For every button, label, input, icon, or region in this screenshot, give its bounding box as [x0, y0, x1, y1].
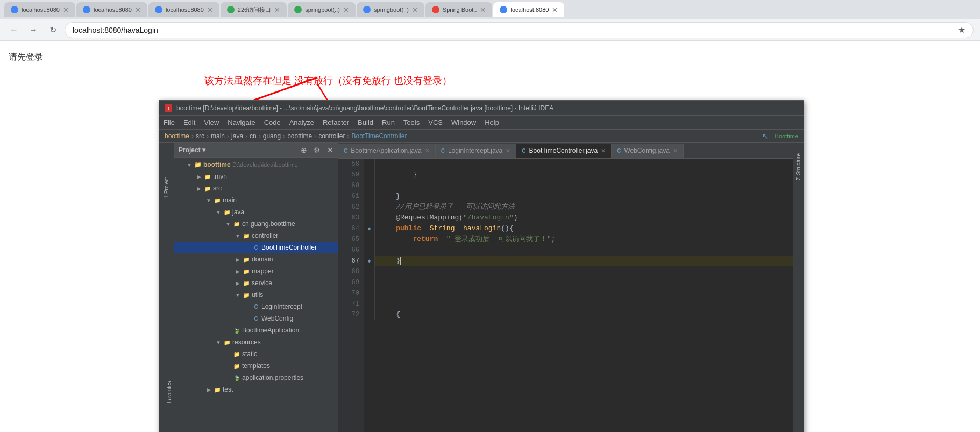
- project-add-icon[interactable]: ⊕: [301, 146, 307, 154]
- tree-static[interactable]: 📁 static: [174, 348, 338, 360]
- code-content[interactable]: ◆ ◆: [364, 159, 793, 432]
- back-button[interactable]: ←: [6, 23, 22, 38]
- tree-boottimecontroller[interactable]: C BootTimeController: [174, 242, 338, 253]
- menu-view[interactable]: View: [204, 118, 219, 126]
- address-bar[interactable]: localhost:8080/havaLogin ★: [65, 22, 974, 38]
- browser-tab-1[interactable]: localhost:8080 ✕: [76, 2, 147, 17]
- code-line-70: [375, 288, 793, 299]
- structure-tab-label[interactable]: Z-Structure: [796, 153, 801, 180]
- tab-label-2: localhost:8080: [166, 6, 204, 13]
- editor-area: C BoottimeApplication.java ✕ C LoginInte…: [338, 143, 793, 432]
- tab-close-3[interactable]: ✕: [673, 147, 678, 154]
- menu-file[interactable]: File: [164, 118, 175, 126]
- tab-close-0[interactable]: ✕: [425, 147, 430, 154]
- project-gear-icon[interactable]: ✕: [327, 146, 333, 154]
- breadcrumb-guang[interactable]: guang: [263, 132, 281, 140]
- browser-tab-6[interactable]: Spring Boot.. ✕: [425, 2, 493, 17]
- tree-utils[interactable]: ▼ 📁 utils: [174, 289, 338, 301]
- project-panel-header: Project ▾ ⊕ ⚙ ✕: [174, 143, 338, 158]
- menu-run[interactable]: Run: [382, 118, 395, 126]
- menu-tools[interactable]: Tools: [403, 118, 420, 126]
- tab-close-3[interactable]: ✕: [274, 6, 280, 14]
- tab-boottimecontroller[interactable]: C BootTimeController.java ✕: [516, 144, 612, 158]
- line-num-59: 59: [338, 169, 359, 180]
- tree-service[interactable]: ▶ 📁 service: [174, 277, 338, 289]
- breadcrumb-cn[interactable]: cn: [250, 132, 257, 140]
- tab-label-6: Spring Boot..: [443, 6, 477, 13]
- breadcrumb-boottime[interactable]: boottime: [165, 132, 189, 140]
- browser-tab-0[interactable]: localhost:8080 ✕: [4, 2, 75, 17]
- line-num-70: 70: [338, 288, 359, 299]
- tree-controller[interactable]: ▼ 📁 controller: [174, 230, 338, 242]
- annotation-text: 该方法虽然存在但是 没有放行（没有免放行 也没有登录）: [204, 74, 452, 87]
- code-line-58: [375, 159, 793, 169]
- browser-tab-5[interactable]: springboot(..) ✕: [357, 2, 424, 17]
- forward-button[interactable]: →: [26, 23, 41, 38]
- breadcrumb-src[interactable]: src: [196, 132, 204, 140]
- tab-close-0[interactable]: ✕: [63, 6, 69, 14]
- breadcrumb-java[interactable]: java: [231, 132, 243, 140]
- tab-boottimeapplication[interactable]: C BoottimeApplication.java ✕: [338, 144, 436, 158]
- tab-label-0: BoottimeApplication.java: [351, 147, 421, 154]
- code-line-59: }: [375, 169, 793, 180]
- browser-tab-2[interactable]: localhost:8080 ✕: [148, 2, 219, 17]
- tree-mvn[interactable]: ▶ 📁 .mvn: [174, 171, 338, 182]
- project-tab-label[interactable]: 1-Project: [164, 177, 169, 199]
- menu-help[interactable]: Help: [485, 118, 499, 126]
- menu-analyze[interactable]: Analyze: [289, 118, 314, 126]
- tree-domain[interactable]: ▶ 📁 domain: [174, 253, 338, 265]
- tab-icon-3: C: [617, 148, 621, 154]
- tree-mapper[interactable]: ▶ 📁 mapper: [174, 265, 338, 277]
- project-settings-icon[interactable]: ⚙: [314, 146, 321, 154]
- code-line-61: }: [375, 191, 793, 202]
- tree-java[interactable]: ▼ 📁 java: [174, 206, 338, 218]
- menu-navigate[interactable]: Navigate: [228, 118, 255, 126]
- tree-boottime[interactable]: ▼ 📁 boottime D:\develop\idea\boottime: [174, 159, 338, 171]
- breadcrumb-main[interactable]: main: [211, 132, 225, 140]
- code-line-71: [375, 299, 793, 309]
- browser-tab-4[interactable]: springboot(..) ✕: [288, 2, 356, 17]
- tab-close-4[interactable]: ✕: [343, 6, 349, 14]
- tree-templates[interactable]: 📁 templates: [174, 360, 338, 372]
- menu-edit[interactable]: Edit: [183, 118, 195, 126]
- tab-label-3: 226访问接口: [238, 6, 271, 14]
- tree-loginintercept[interactable]: C LoginIntercept: [174, 301, 338, 313]
- refresh-button[interactable]: ↻: [45, 23, 60, 38]
- menu-code[interactable]: Code: [264, 118, 281, 126]
- navigate-icon[interactable]: ↖: [762, 132, 769, 140]
- menu-vcs[interactable]: VCS: [428, 118, 443, 126]
- tree-main[interactable]: ▼ 📁 main: [174, 194, 338, 206]
- tab-loginintercept[interactable]: C LoginIntercept.java ✕: [436, 144, 517, 158]
- tab-close-1[interactable]: ✕: [506, 147, 510, 154]
- tree-src[interactable]: ▶ 📁 src: [174, 182, 338, 194]
- tab-favicon-4: [294, 6, 302, 13]
- menu-refactor[interactable]: Refactor: [323, 118, 349, 126]
- tab-webconfig[interactable]: C WebConfig.java ✕: [612, 144, 684, 158]
- tab-icon-1: C: [441, 148, 445, 154]
- breadcrumb-controller[interactable]: controller: [318, 132, 345, 140]
- tree-cn-guang[interactable]: ▼ 📁 cn.guang.boottime: [174, 218, 338, 230]
- browser-tab-3[interactable]: 226访问接口 ✕: [221, 2, 287, 17]
- code-line-67: }: [375, 256, 793, 266]
- menu-build[interactable]: Build: [358, 118, 373, 126]
- tab-close-1[interactable]: ✕: [135, 6, 141, 14]
- tab-close-6[interactable]: ✕: [480, 6, 486, 14]
- tree-test[interactable]: ▶ 📁 test: [174, 384, 338, 395]
- code-area[interactable]: 58 59 60 61 62 63 64 65 66 67 68 69 70 7…: [338, 159, 793, 432]
- tab-close-2[interactable]: ✕: [207, 6, 213, 14]
- tab-favicon-2: [155, 6, 162, 13]
- line-num-71: 71: [338, 299, 359, 309]
- tab-close-2[interactable]: ✕: [601, 147, 606, 154]
- breadcrumb-class[interactable]: BootTimeController: [352, 132, 407, 140]
- tab-close-5[interactable]: ✕: [412, 6, 418, 14]
- tree-webconfig[interactable]: C WebConfig: [174, 313, 338, 324]
- browser-tab-7[interactable]: localhost:8080 ✕: [493, 2, 564, 17]
- tree-boottimeapp[interactable]: 🍃 BoottimeApplication: [174, 324, 338, 336]
- favorites-tab[interactable]: Favorites: [164, 374, 174, 410]
- menu-window[interactable]: Window: [451, 118, 476, 126]
- star-button[interactable]: ★: [958, 25, 965, 35]
- breadcrumb-boottime2[interactable]: boottime: [287, 132, 312, 140]
- tree-application-props[interactable]: 🍃 application.properties: [174, 372, 338, 384]
- tree-resources[interactable]: ▼ 📁 resources: [174, 336, 338, 348]
- tab-close-7[interactable]: ✕: [552, 6, 558, 14]
